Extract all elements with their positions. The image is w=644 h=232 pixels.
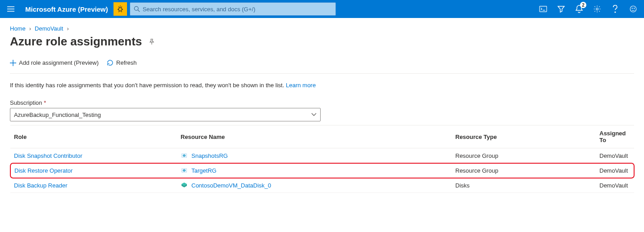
- resource-group-icon: [181, 152, 188, 159]
- info-text: If this identity has role assignments th…: [10, 82, 634, 89]
- refresh-icon: [107, 59, 113, 66]
- chevron-right-icon: ›: [29, 25, 31, 32]
- col-resource-name[interactable]: Resource Name: [177, 125, 452, 148]
- resource-group-icon: [181, 167, 188, 174]
- pin-icon: [148, 38, 155, 45]
- table-header-row: Role Resource Name Resource Type Assigne…: [10, 125, 634, 148]
- smile-icon: [629, 5, 637, 13]
- role-assignments-table: Role Resource Name Resource Type Assigne…: [10, 125, 634, 193]
- subscription-label: Subscription *: [10, 99, 634, 106]
- add-role-assignment-label: Add role assignment (Preview): [19, 59, 99, 66]
- menu-button[interactable]: [2, 0, 20, 18]
- feedback-button[interactable]: [624, 0, 642, 18]
- resource-type-cell: Resource Group: [452, 163, 596, 178]
- preview-badge[interactable]: [113, 2, 127, 16]
- cloud-shell-button[interactable]: [534, 0, 552, 18]
- search-box[interactable]: [130, 2, 336, 16]
- page-title: Azure role assignments: [10, 35, 142, 49]
- breadcrumb-home[interactable]: Home: [10, 25, 26, 32]
- assigned-to-cell: DemoVault: [596, 148, 634, 163]
- command-bar: Add role assignment (Preview) Refresh: [10, 59, 634, 74]
- col-resource-type[interactable]: Resource Type: [452, 125, 596, 148]
- help-icon: [612, 5, 618, 13]
- table-row[interactable]: Disk Backup Reader ContosoDemoVM_DataDis…: [10, 178, 634, 193]
- subscription-value: AzureBackup_Functional_Testing: [14, 112, 101, 118]
- svg-point-1: [134, 6, 138, 10]
- resource-type-cell: Resource Group: [452, 148, 596, 163]
- notification-count-badge: 2: [580, 2, 586, 8]
- role-link[interactable]: Disk Restore Operator: [14, 167, 73, 174]
- brand-label[interactable]: Microsoft Azure (Preview): [20, 5, 113, 13]
- plus-icon: [10, 60, 16, 66]
- topbar: Microsoft Azure (Preview) 2: [0, 0, 644, 18]
- table-row[interactable]: Disk Snapshot Contributor SnapshotsRGRes…: [10, 148, 634, 163]
- search-icon: [134, 6, 140, 12]
- svg-point-5: [630, 6, 636, 12]
- filter-icon: [558, 5, 565, 13]
- disk-icon: [181, 182, 188, 189]
- cloud-shell-icon: [539, 6, 547, 12]
- add-role-assignment-button[interactable]: Add role assignment (Preview): [10, 59, 99, 66]
- resource-link[interactable]: TargetRG: [191, 167, 217, 174]
- notifications-button[interactable]: 2: [570, 0, 588, 18]
- svg-point-7: [634, 8, 635, 9]
- subscription-select[interactable]: AzureBackup_Functional_Testing: [10, 108, 321, 121]
- assigned-to-cell: DemoVault: [596, 163, 634, 178]
- col-assigned-to[interactable]: Assigned To: [596, 125, 634, 148]
- resource-type-cell: Disks: [452, 178, 596, 193]
- svg-point-0: [118, 8, 122, 11]
- help-button[interactable]: [606, 0, 624, 18]
- svg-point-3: [596, 8, 599, 10]
- page-body: Home › DemoVault › Azure role assignment…: [0, 18, 644, 200]
- role-link[interactable]: Disk Backup Reader: [14, 182, 68, 189]
- assigned-to-cell: DemoVault: [596, 178, 634, 193]
- chevron-down-icon: [311, 113, 317, 116]
- col-role[interactable]: Role: [10, 125, 177, 148]
- refresh-label: Refresh: [116, 59, 137, 66]
- search-input[interactable]: [143, 6, 332, 13]
- svg-point-4: [615, 12, 616, 13]
- resource-link[interactable]: ContosoDemoVM_DataDisk_0: [191, 182, 271, 189]
- refresh-button[interactable]: Refresh: [107, 59, 137, 66]
- required-asterisk: *: [44, 99, 46, 106]
- hamburger-icon: [7, 6, 14, 12]
- svg-point-6: [632, 8, 632, 9]
- bug-icon: [116, 5, 124, 13]
- settings-button[interactable]: [588, 0, 606, 18]
- table-row[interactable]: Disk Restore Operator TargetRGResource G…: [10, 163, 634, 178]
- title-row: Azure role assignments: [10, 35, 634, 49]
- breadcrumb-item[interactable]: DemoVault: [35, 25, 63, 32]
- chevron-right-icon: ›: [67, 25, 68, 32]
- directory-button[interactable]: [552, 0, 570, 18]
- role-link[interactable]: Disk Snapshot Contributor: [14, 152, 82, 159]
- breadcrumb: Home › DemoVault ›: [10, 25, 634, 32]
- gear-icon: [593, 5, 601, 13]
- resource-link[interactable]: SnapshotsRG: [191, 152, 228, 159]
- svg-rect-2: [540, 6, 547, 12]
- learn-more-link[interactable]: Learn more: [286, 82, 316, 89]
- pin-button[interactable]: [148, 38, 155, 45]
